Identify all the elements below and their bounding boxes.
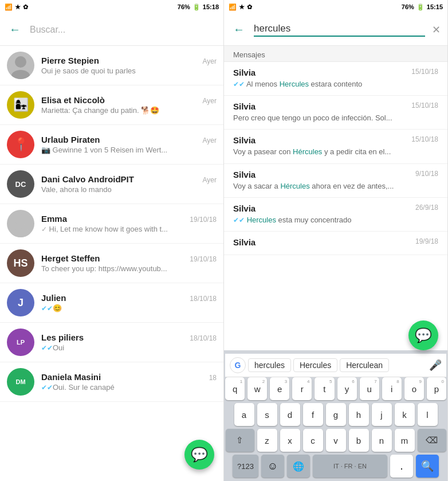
key-m[interactable]: m [395, 429, 415, 452]
search-input-right[interactable]: hercules [254, 23, 425, 37]
bluetooth-icon: ✿ [23, 3, 28, 11]
chat-item-dani[interactable]: DC Dani Calvo AndroidPIT Ayer Vale, ahor… [0, 165, 223, 204]
key-p[interactable]: p0 [427, 377, 446, 400]
status-bar-left: 📶 ★ ✿ 76% 🔋 15:18 [0, 0, 223, 14]
numbers-key[interactable]: ?123 [233, 455, 258, 478]
status-right-right: 76% 🔋 15:15 [402, 3, 443, 11]
message-item-4[interactable]: Silvia 9/10/18 Voy a sacar a Hércules ah… [224, 164, 447, 198]
section-label-messages: Mensajes [224, 46, 447, 62]
message-item-3[interactable]: Silvia 15/10/18 Voy a pasear con Hércule… [224, 130, 447, 163]
message-top-1: Silvia 15/10/18 [233, 68, 438, 77]
key-g[interactable]: g [326, 403, 346, 426]
chat-content-urlaub: Urlaub Piraten Ayer 📷 Gewinne 1 von 5 Re… [41, 135, 217, 154]
message-item-5[interactable]: Silvia 26/9/18 ✔✔ Hercules esta muy conc… [224, 198, 447, 232]
message-text-5: ✔✔ Hercules esta muy concentrado [233, 215, 438, 225]
message-top-5: Silvia 26/9/18 [233, 204, 438, 213]
globe-key[interactable]: 🌐 [287, 455, 310, 478]
chat-item-pierre[interactable]: Pierre Stepien Ayer Oui je saos de quoi … [0, 46, 223, 85]
chat-item-daniela[interactable]: DM Daniela Masini 18 ✔✔Oui. Sur le canap… [0, 362, 223, 402]
wifi-icon: ★ [15, 3, 21, 11]
key-e[interactable]: e3 [270, 377, 289, 400]
keyboard-row-asdf: a s d f g h j k l [225, 403, 446, 426]
chat-content-piliers: Les piliers 18/10/18 ✔✔Oui [41, 333, 217, 352]
key-l[interactable]: l [418, 403, 438, 426]
message-item-2[interactable]: Silvia 15/10/18 Pero creo que tengo un p… [224, 96, 447, 130]
search-key[interactable]: 🔍 [416, 455, 439, 478]
key-i[interactable]: i8 [382, 377, 402, 400]
status-left: 📶 ★ ✿ [5, 3, 28, 11]
chat-time-herget: 19/10/18 [190, 255, 217, 263]
microphone-icon[interactable]: 🎤 [429, 359, 442, 371]
message-text-1: ✔✔ Al menos Hercules estara contento [233, 79, 438, 89]
key-s[interactable]: s [257, 403, 277, 426]
key-f[interactable]: f [303, 403, 323, 426]
key-o[interactable]: o9 [404, 377, 424, 400]
period-key[interactable]: . [390, 455, 413, 478]
message-sender-1: Silvia [233, 68, 256, 77]
key-x[interactable]: x [280, 429, 300, 452]
chat-time-piliers: 18/10/18 [190, 334, 217, 342]
message-top-4: Silvia 9/10/18 [233, 170, 438, 179]
avatar-elisa: 👩‍👧 [7, 91, 34, 119]
chat-item-emma[interactable]: Emma 19/10/18 ✓ Hi, Let me know how it g… [0, 204, 223, 244]
chat-name-elisa: Elisa et Niccolò [41, 95, 105, 105]
battery-level: 76% [178, 3, 190, 10]
suggestion-herculean[interactable]: Herculean [340, 358, 389, 372]
avatar-pierre [7, 52, 34, 79]
search-placeholder[interactable]: Buscar... [30, 25, 217, 35]
back-button-left[interactable]: ← [7, 21, 23, 38]
suggestion-hercules-cap[interactable]: Hercules [293, 358, 337, 372]
chat-item-elisa[interactable]: 👩‍👧 Elisa et Niccolò Ayer Marietta: Ça c… [0, 85, 223, 125]
search-header-left: ← Buscar... [0, 14, 223, 46]
key-w[interactable]: w2 [247, 377, 267, 400]
compose-fab-left[interactable]: 💬 [184, 440, 214, 470]
message-text-3: Voy a pasear con Hércules y a pedir cita… [233, 147, 438, 157]
key-r[interactable]: r4 [292, 377, 312, 400]
suggestion-bar: G hercules Hercules Herculean 🎤 [225, 354, 446, 377]
keyboard: G hercules Hercules Herculean 🎤 q1 w2 e3… [224, 350, 447, 481]
key-z[interactable]: z [257, 429, 277, 452]
key-y[interactable]: y6 [337, 377, 357, 400]
chat-name-julien: Julien [41, 293, 66, 303]
message-sender-3: Silvia [233, 135, 256, 145]
key-k[interactable]: k [395, 403, 415, 426]
chat-top-daniela: Daniela Masini 18 [41, 372, 217, 382]
back-button-right[interactable]: ← [231, 21, 247, 38]
chat-item-julien[interactable]: J Julien 18/10/18 ✔✔😊 [0, 283, 223, 323]
space-key[interactable]: IT · FR · EN [313, 455, 387, 478]
key-t[interactable]: t5 [315, 377, 334, 400]
key-c[interactable]: c [303, 429, 323, 452]
key-n[interactable]: n [372, 429, 392, 452]
compose-fab-right[interactable]: 💬 [408, 320, 438, 350]
chat-top-urlaub: Urlaub Piraten Ayer [41, 135, 217, 144]
chat-name-herget: Herget Steffen [41, 253, 100, 263]
delete-key[interactable]: ⌫ [418, 429, 446, 452]
status-right: 76% 🔋 15:18 [178, 3, 219, 11]
emoji-key[interactable]: ☺ [261, 455, 284, 478]
chat-item-piliers[interactable]: LP Les piliers 18/10/18 ✔✔Oui [0, 323, 223, 362]
chat-item-urlaub[interactable]: 📍 Urlaub Piraten Ayer 📷 Gewinne 1 von 5 … [0, 125, 223, 165]
key-a[interactable]: a [234, 403, 254, 426]
message-text-4: Voy a sacar a Hércules ahora en vez de a… [233, 181, 438, 191]
key-v[interactable]: v [326, 429, 346, 452]
message-item-1[interactable]: Silvia 15/10/18 ✔✔ Al menos Hercules est… [224, 62, 447, 96]
clear-search-button[interactable]: ✕ [432, 24, 441, 36]
key-u[interactable]: u7 [360, 377, 379, 400]
keyboard-row-bottom: ?123 ☺ 🌐 IT · FR · EN . 🔍 [225, 455, 446, 478]
key-h[interactable]: h [349, 403, 369, 426]
chat-time-daniela: 18 [209, 374, 217, 382]
battery-icon: 🔋 [192, 3, 201, 11]
chat-time-pierre: Ayer [203, 57, 217, 65]
key-b[interactable]: b [349, 429, 369, 452]
shift-key[interactable]: ⇧ [226, 429, 254, 452]
avatar-daniela: DM [7, 368, 34, 396]
chat-item-herget[interactable]: HS Herget Steffen 19/10/18 To cheer you … [0, 244, 223, 283]
hercules-highlight-4: Hércules [280, 182, 309, 190]
key-d[interactable]: d [280, 403, 300, 426]
key-q[interactable]: q1 [225, 377, 245, 400]
chat-top-piliers: Les piliers 18/10/18 [41, 333, 217, 342]
svg-point-1 [11, 70, 30, 79]
suggestion-hercules-lower[interactable]: hercules [248, 358, 291, 372]
message-item-6[interactable]: Silvia 19/9/18 [224, 232, 447, 255]
key-j[interactable]: j [372, 403, 392, 426]
